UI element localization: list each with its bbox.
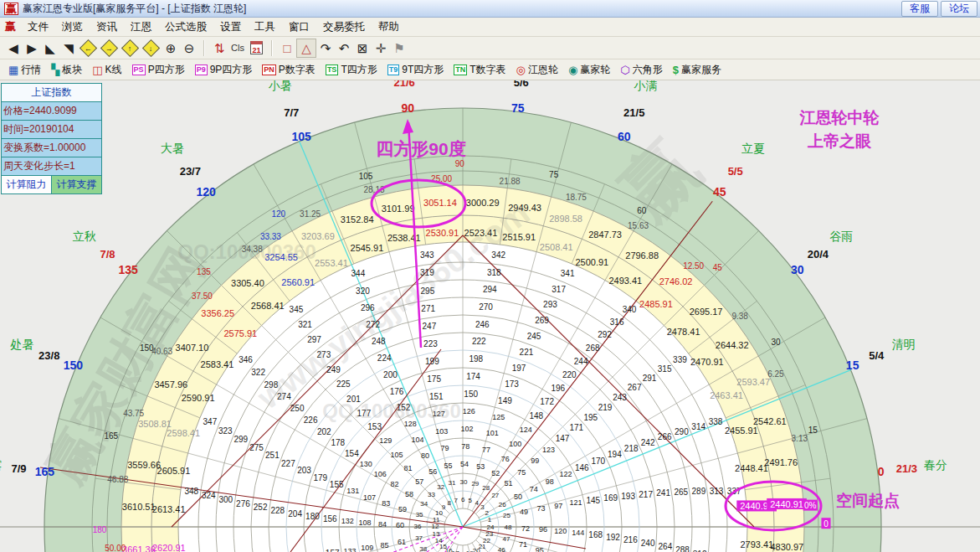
svg-text:2: 2: [485, 509, 489, 517]
toolbar-item-9P四方形[interactable]: P99P四方形: [190, 63, 258, 77]
pan-down-icon[interactable]: ↓: [142, 39, 160, 56]
svg-text:58: 58: [405, 490, 413, 498]
T9-badge-icon: T9: [387, 64, 400, 75]
svg-text:2491.76: 2491.76: [764, 457, 798, 467]
zoom-out-icon[interactable]: ⊖: [180, 39, 198, 57]
gann-wheel-chart[interactable]: 1234567891011121314151617181920212223242…: [0, 80, 980, 552]
svg-text:2793.41: 2793.41: [740, 539, 773, 549]
toolbar-item-T数字表[interactable]: TNT数字表: [449, 63, 511, 77]
menu-item-浏览[interactable]: 浏览: [55, 18, 90, 36]
svg-text:104: 104: [411, 436, 423, 444]
box-x-icon[interactable]: ⊠: [353, 39, 372, 57]
svg-text:7/8: 7/8: [100, 248, 115, 261]
svg-text:203: 203: [297, 466, 311, 475]
svg-text:317: 317: [552, 285, 566, 294]
svg-text:2500.91: 2500.91: [575, 257, 608, 267]
crosshair-icon[interactable]: ✛: [372, 39, 390, 57]
svg-text:75: 75: [549, 170, 559, 179]
svg-text:144: 144: [572, 529, 584, 537]
zoom-in-icon[interactable]: ⊕: [162, 39, 180, 57]
toolbar-item-板块[interactable]: 板块: [46, 63, 87, 77]
svg-text:2470.91: 2470.91: [690, 357, 724, 367]
toolbar-item-P四方形[interactable]: PSP四方形: [127, 63, 190, 77]
svg-text:126: 126: [463, 407, 475, 415]
rect-tool-icon[interactable]: □: [278, 39, 296, 57]
updown-arrows-icon[interactable]: ⇅: [210, 39, 228, 57]
calendar-icon[interactable]: 21: [250, 41, 263, 54]
pan-right-icon[interactable]: →: [100, 39, 118, 56]
svg-text:2898.58: 2898.58: [549, 214, 582, 224]
skew-right-icon[interactable]: ◥: [59, 39, 78, 57]
rotate-cw-icon[interactable]: ↷: [316, 39, 335, 57]
toolbar-item-K线[interactable]: K线: [87, 63, 126, 77]
toolbar-item-赢家轮[interactable]: 赢家轮: [563, 63, 615, 77]
menu-item-窗口[interactable]: 窗口: [282, 18, 316, 36]
rotate-ccw-icon[interactable]: ↶: [335, 39, 353, 57]
svg-text:101: 101: [486, 429, 499, 437]
menu-item-交易委托[interactable]: 交易委托: [316, 18, 372, 36]
svg-text:135: 135: [118, 263, 138, 276]
toolbar-item-赢家服务[interactable]: 赢家服务: [668, 63, 726, 77]
svg-text:147: 147: [556, 434, 570, 443]
toolbar-item-行情[interactable]: 行情: [3, 63, 46, 77]
svg-text:3407.10: 3407.10: [176, 343, 209, 353]
menu-item-江恩[interactable]: 江恩: [124, 18, 158, 36]
svg-text:32: 32: [437, 483, 444, 491]
back-icon[interactable]: ◀: [4, 39, 23, 57]
menu-item-帮助[interactable]: 帮助: [372, 18, 406, 36]
svg-text:125: 125: [492, 413, 505, 421]
svg-text:157: 157: [326, 549, 340, 552]
forum-button[interactable]: 论坛: [941, 1, 977, 17]
svg-text:2493.41: 2493.41: [608, 276, 642, 286]
menu-item-文件[interactable]: 文件: [21, 18, 55, 36]
svg-text:72: 72: [521, 524, 530, 533]
svg-text:2463.41: 2463.41: [710, 390, 743, 400]
toolbar-item-六角形[interactable]: 六角形: [615, 63, 667, 77]
toolbar-item-江恩轮[interactable]: 江恩轮: [511, 63, 563, 77]
svg-text:179: 179: [313, 473, 327, 482]
menu-item-工具[interactable]: 工具: [248, 18, 282, 36]
svg-text:252: 252: [254, 503, 268, 512]
toolbar-item-label: 板块: [62, 63, 82, 77]
pan-left-icon[interactable]: ←: [80, 39, 97, 56]
svg-text:245: 245: [527, 332, 541, 341]
pan-up-icon[interactable]: ↑: [121, 39, 139, 56]
pin-icon[interactable]: ⚑: [390, 39, 408, 57]
forward-icon[interactable]: ▶: [23, 39, 41, 57]
kline-icon: [92, 64, 102, 75]
svg-text:226: 226: [304, 415, 318, 425]
svg-text:346: 346: [239, 355, 253, 364]
svg-text:2613.41: 2613.41: [152, 504, 186, 514]
quote-panel-row-1: 时间=20190104: [2, 121, 101, 139]
svg-text:227: 227: [281, 459, 295, 468]
triangle-tool-icon[interactable]: △: [296, 39, 316, 58]
svg-text:316: 316: [610, 317, 624, 327]
calc-resistance-button[interactable]: 计算阻力: [2, 176, 51, 193]
toolbar-item-P数字表[interactable]: PNP数字表: [257, 63, 321, 77]
window-title: 赢家江恩专业版[赢家服务平台] - [上证指数 江恩轮]: [23, 2, 246, 16]
skew-left-icon[interactable]: ◣: [41, 39, 59, 57]
svg-text:2485.91: 2485.91: [639, 299, 673, 309]
svg-text:133: 133: [344, 547, 357, 552]
svg-text:180: 180: [305, 512, 320, 521]
svg-text:2568.41: 2568.41: [251, 301, 285, 311]
svg-text:3457.96: 3457.96: [154, 379, 187, 389]
menu-item-资讯[interactable]: 资讯: [90, 18, 124, 36]
menu-item-设置[interactable]: 设置: [213, 18, 248, 36]
toolbar-item-9T四方形[interactable]: T99T四方形: [382, 63, 449, 77]
svg-text:123: 123: [542, 446, 555, 454]
toolbar-item-T四方形[interactable]: TST四方形: [321, 63, 382, 77]
calc-support-button[interactable]: 计算支撑: [51, 176, 101, 193]
svg-text:200: 200: [383, 370, 398, 379]
menu-item-公式选股[interactable]: 公式选股: [158, 18, 213, 36]
svg-text:153: 153: [367, 422, 382, 431]
svg-text:8: 8: [448, 499, 452, 507]
customer-service-button[interactable]: 客服: [901, 1, 938, 17]
cls-button[interactable]: Cls: [228, 39, 247, 57]
svg-text:154: 154: [345, 449, 359, 458]
wheel-center-label-1: 江恩轮中轮: [799, 109, 880, 126]
svg-text:121: 121: [569, 498, 582, 507]
svg-text:320: 320: [356, 286, 370, 296]
svg-text:120: 120: [197, 185, 217, 199]
toolbar-main: ◀▶◣◥←→↑↓⊕⊖⇅Cls21□△↷↶⊠✛⚑: [0, 37, 980, 59]
